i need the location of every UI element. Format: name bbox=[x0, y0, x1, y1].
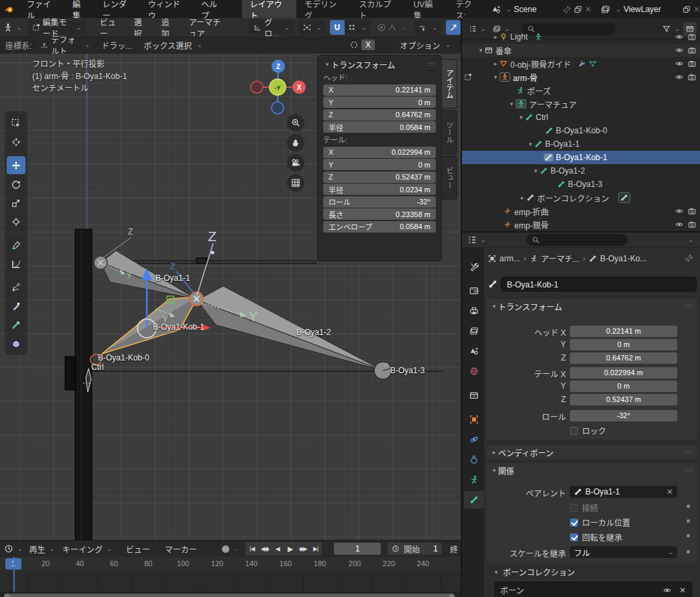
tab-bone[interactable] bbox=[464, 491, 484, 509]
proportional-edit-toggle[interactable]: ⌄ bbox=[377, 23, 406, 32]
snap-toggle[interactable] bbox=[330, 20, 345, 35]
npanel-header[interactable]: ▾ トランスフォーム ∷∷ bbox=[323, 58, 436, 70]
hide-eye-icon[interactable] bbox=[675, 207, 683, 215]
prev-keyframe-button[interactable]: ◀◆ bbox=[258, 545, 271, 552]
tab-collection[interactable] bbox=[464, 387, 484, 404]
new-scene-icon[interactable] bbox=[574, 5, 582, 13]
field-head-x[interactable]: X0.22141 m bbox=[323, 84, 436, 96]
playhead-line[interactable] bbox=[13, 557, 15, 592]
panel-grip-icon[interactable]: ∷∷ bbox=[427, 61, 436, 68]
menu-view[interactable]: ビュー bbox=[93, 16, 127, 39]
visibility-eye-icon[interactable] bbox=[663, 586, 671, 594]
hide-eye-icon[interactable] bbox=[675, 46, 683, 54]
outliner-row-guide-mesh[interactable]: ▸ 0-obj-親骨ガイド bbox=[462, 57, 700, 70]
axis-minus-z[interactable] bbox=[272, 102, 284, 114]
disclosure-icon[interactable]: ▾ bbox=[477, 47, 485, 54]
gizmo-visibility-dropdown[interactable]: ⌄ bbox=[414, 20, 442, 35]
tab-view-layer[interactable] bbox=[464, 322, 484, 340]
tool-annotate[interactable] bbox=[7, 236, 25, 254]
outliner-row-armature-data[interactable]: ▾ アーマチュア bbox=[462, 97, 700, 111]
viewport-canvas[interactable]: Z Z Z Y Y Y B-Oya1-1 B-Oya1-Kob-1 bbox=[0, 54, 461, 540]
render-visibility-icon[interactable] bbox=[688, 73, 696, 81]
hide-eye-icon[interactable] bbox=[675, 220, 683, 228]
close-icon[interactable]: ✕ bbox=[693, 5, 700, 14]
play-button[interactable]: ▶ bbox=[284, 545, 296, 553]
disclosure-icon[interactable]: ▾ bbox=[491, 74, 500, 80]
bone-collections-list[interactable]: ボーン ✕ bbox=[494, 582, 692, 597]
tab-scene[interactable] bbox=[464, 342, 484, 360]
render-visibility-icon[interactable] bbox=[688, 33, 696, 41]
outliner-row-b1[interactable]: ▾ B-Oya1-1 bbox=[462, 137, 700, 151]
breadcrumb-armature[interactable]: アーマチ... bbox=[541, 253, 579, 264]
next-keyframe-button[interactable]: ◆▶ bbox=[296, 545, 309, 552]
prop-tail-z[interactable]: 0.52437 m bbox=[570, 394, 677, 405]
tab-render[interactable] bbox=[464, 282, 484, 300]
start-frame-field[interactable]: 1 bbox=[433, 544, 438, 553]
properties-options-icon[interactable]: ⌄ bbox=[688, 237, 693, 243]
properties-editor-type-button[interactable]: ⌄ bbox=[467, 235, 486, 245]
field-envelope[interactable]: エンベロープ0.0584 m bbox=[323, 221, 436, 233]
stopwatch-icon[interactable] bbox=[392, 545, 400, 553]
bone-collection-solo-icon[interactable] bbox=[620, 194, 628, 202]
tool-rotate[interactable] bbox=[7, 175, 25, 193]
outliner-row-kob1-selected[interactable]: B-Oya1-Kob-1 bbox=[462, 151, 700, 164]
remove-icon[interactable]: ✕ bbox=[679, 586, 686, 595]
connected-checkbox[interactable] bbox=[570, 504, 578, 512]
mode-dropdown[interactable]: 編集モード⌄ bbox=[27, 20, 86, 35]
mirror-x-toggle[interactable]: X bbox=[361, 40, 375, 50]
outliner-row-kob0[interactable]: B-Oya1-Kob-0 bbox=[462, 124, 700, 137]
parent-field[interactable]: B-Oya1-1 ✕ bbox=[570, 486, 677, 498]
prop-tail-y[interactable]: 0 m bbox=[570, 381, 677, 392]
tab-object[interactable] bbox=[464, 411, 484, 428]
local-location-checkbox[interactable] bbox=[570, 519, 578, 527]
camera-view-button[interactable] bbox=[287, 154, 304, 172]
timeline-tracks[interactable] bbox=[0, 572, 461, 592]
outliner-row-bone-collections[interactable]: ▸ ボーンコレクション bbox=[462, 191, 700, 204]
tab-object-data[interactable] bbox=[464, 471, 484, 488]
keying-menu[interactable]: キーイング⌄ bbox=[62, 543, 112, 555]
jump-start-button[interactable]: |◀ bbox=[245, 545, 258, 552]
disclosure-icon[interactable]: ▸ bbox=[491, 34, 500, 40]
outliner-row-b2[interactable]: ▾ B-Oya1-2 bbox=[462, 164, 700, 178]
timeline-scrollbar[interactable] bbox=[0, 592, 461, 597]
bone-b-oya1-2[interactable] bbox=[197, 286, 383, 371]
viewlayer-selector[interactable]: ⌄ ViewLayer ✕ bbox=[601, 5, 700, 14]
prop-head-z[interactable]: 0.64762 m bbox=[570, 352, 677, 364]
menu-armature[interactable]: アーマチュア bbox=[182, 16, 235, 39]
outliner-row-collection[interactable]: ▾ 番傘 bbox=[462, 44, 700, 57]
menu-add[interactable]: 追加 bbox=[154, 16, 182, 39]
tool-bone-envelope[interactable] bbox=[7, 297, 25, 315]
field-length[interactable]: 長さ0.23358 m bbox=[323, 208, 436, 220]
tool-add-primitive[interactable] bbox=[7, 334, 25, 352]
view-menu[interactable]: ビュー bbox=[119, 543, 158, 555]
preset-dropdown[interactable]: デフォルト⌄ bbox=[36, 38, 95, 52]
current-frame-field[interactable]: 1 bbox=[334, 543, 381, 555]
outliner-row-emp-fold[interactable]: emp-折曲 bbox=[462, 204, 700, 218]
pivot-dropdown[interactable]: ⌄ bbox=[298, 20, 327, 35]
navigation-gizmo[interactable]: Z X -Y bbox=[245, 58, 312, 121]
axis-minus-x[interactable] bbox=[251, 81, 263, 93]
bone-name-field[interactable]: B-Oya1-Kob-1 bbox=[501, 277, 697, 291]
snap-with-dropdown[interactable]: ⌄ bbox=[345, 20, 370, 35]
prop-head-x[interactable]: 0.22141 m bbox=[570, 326, 677, 337]
playback-menu[interactable]: 再生⌄ bbox=[30, 543, 55, 555]
tool-transform[interactable] bbox=[7, 212, 25, 230]
editor-type-button[interactable]: ⌄ bbox=[4, 544, 23, 553]
orientation-dropdown[interactable]: グロ...⌄ bbox=[249, 20, 294, 35]
select-mode-dropdown[interactable]: ボックス選択⌄ bbox=[139, 38, 207, 52]
inherit-scale-dropdown[interactable]: フル ⌄ bbox=[570, 546, 677, 558]
lock-checkbox[interactable] bbox=[570, 427, 578, 435]
tab-object-constraints[interactable] bbox=[464, 451, 484, 468]
transform-section-header[interactable]: ▾ トランスフォーム∷∷ bbox=[486, 299, 698, 314]
tool-cursor[interactable] bbox=[7, 133, 25, 151]
exclude-checkbox[interactable] bbox=[661, 46, 670, 55]
record-button[interactable] bbox=[222, 545, 229, 553]
sidebar-tab-item[interactable]: アイテム bbox=[442, 59, 457, 109]
disclosure-icon[interactable]: ▾ bbox=[526, 141, 534, 147]
sidebar-tab-tool[interactable]: ツール bbox=[442, 110, 457, 154]
bone-collections-header[interactable]: ▾ ボーンコレクション bbox=[492, 566, 575, 578]
outliner-row-b3[interactable]: B-Oya1-3 bbox=[462, 178, 700, 191]
disclosure-icon[interactable]: ▾ bbox=[508, 101, 516, 107]
field-roll[interactable]: ロール-32° bbox=[323, 196, 436, 208]
disclosure-icon[interactable]: ▾ bbox=[517, 114, 525, 121]
